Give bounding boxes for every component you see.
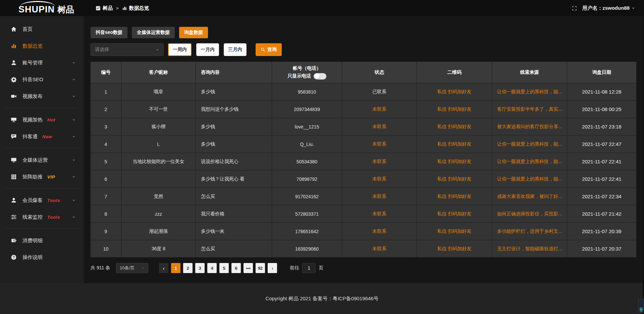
body-row: 首页数据总览账号管理抖音SEO视频发布视频加热Hot抖客通New全媒体运营矩阵助…	[0, 16, 644, 283]
account-phone: 50534380	[272, 153, 342, 170]
inquiry-table: 编号 客户昵称 咨询内容 帐号（电话） 只显示电话	[91, 62, 636, 257]
tab-media-operation-data[interactable]: 全媒体运营数据	[132, 27, 175, 38]
username-label[interactable]: 用户名：zswodun88	[582, 5, 630, 11]
qrcode-action-links[interactable]: 私信 扫码加好友	[417, 205, 492, 222]
contact-status: 未联系	[342, 223, 417, 240]
scrollbar-track[interactable]	[643, 0, 644, 314]
contact-status: 未联系	[342, 153, 417, 170]
lead-source-link[interactable]: 让你一眼就爱上的黑科技，能...	[492, 170, 567, 188]
sidebar-item-consumption-detail[interactable]: 消费明细	[0, 232, 84, 249]
monitor-icon	[11, 157, 17, 163]
prev-page-button[interactable]: ‹	[159, 263, 168, 273]
sidebar-item-member-burst[interactable]: 会员爆客Tools	[0, 192, 84, 209]
lead-source-link[interactable]: 让你一眼就爱上的黑科技，能...	[492, 83, 567, 100]
page-ellipsis-button[interactable]: •••	[244, 263, 253, 273]
contact-status: 未联系	[342, 188, 417, 205]
qrcode-action-links[interactable]: 私信 扫码加好友	[417, 170, 492, 188]
logo-text-en: SHUPIN	[18, 5, 55, 14]
lead-source-link[interactable]: 客厅安装投影半年多了，真实...	[492, 101, 567, 118]
breadcrumb-root[interactable]: 树品	[103, 5, 113, 11]
period-quarter-button[interactable]: 三月内	[224, 43, 247, 56]
sidebar-item-media-operation[interactable]: 全媒体运营	[0, 152, 84, 168]
qrcode-action-links[interactable]: 私信 扫码加好友	[417, 83, 492, 100]
page-button-3[interactable]: 3	[195, 263, 205, 273]
badge-tools: Tools	[47, 215, 60, 220]
inquiry-date: 2021-11-08 00:25	[567, 101, 636, 118]
qrcode-action-links[interactable]: 私信 扫码加好友	[417, 223, 492, 240]
sidebar-nav: 首页数据总览账号管理抖音SEO视频发布视频加热Hot抖客通New全媒体运营矩阵助…	[0, 16, 84, 283]
badge-new: New	[42, 134, 52, 139]
page-button-2[interactable]: 2	[183, 263, 193, 273]
lead-source-link[interactable]: 被大家追着问的客厅投影分享...	[492, 118, 567, 135]
inquiry-content: 多少钱？让我死心 看	[196, 170, 272, 188]
lead-source-link[interactable]: 让你一眼就爱上的黑科技，能...	[492, 153, 567, 170]
sidebar-item-operation-guide[interactable]: ?操作说明	[0, 249, 84, 266]
page-button-6[interactable]: 6	[231, 263, 241, 273]
qrcode-action-links[interactable]: 私信 扫码加好友	[417, 118, 492, 135]
qrcode-action-links[interactable]: 私信 扫码加好友	[417, 101, 492, 118]
qrcode-action-links[interactable]: 私信 扫码加好友	[417, 136, 492, 153]
goto-page-input[interactable]	[302, 263, 316, 273]
sidebar-item-douyin-seo[interactable]: 抖音SEO	[0, 71, 84, 88]
chevron-down-icon	[72, 77, 76, 82]
sidebar-item-label: 抖客通	[22, 134, 38, 140]
sidebar-item-label: 视频发布	[22, 93, 43, 100]
sidebar-item-data-overview[interactable]: 数据总览	[0, 38, 84, 54]
sidebar-item-video-heat[interactable]: 视频加热Hot	[0, 111, 84, 128]
tab-douyin-seo-data[interactable]: 抖音seo数据	[91, 27, 127, 38]
lead-source-link[interactable]: 让你一眼就爱上的黑科技，能...	[492, 136, 567, 153]
pagination: 共 911 条 10条/页 ‹ 123456•••92 › 前往 页	[91, 263, 644, 273]
qrcode-action-links[interactable]: 私信 扫码加好友	[417, 153, 492, 170]
header-content: 咨询内容	[196, 62, 272, 83]
row-number: 1	[91, 83, 121, 100]
page-size-select[interactable]: 10条/页	[116, 263, 148, 273]
page-size-label: 10条/页	[120, 265, 135, 271]
phone-only-label: 只显示电话	[287, 73, 311, 79]
grid-icon	[11, 174, 17, 180]
screen-icon	[11, 117, 17, 123]
sidebar-item-account-management[interactable]: 账号管理	[0, 54, 84, 71]
row-number: 3	[91, 118, 121, 135]
table-row: 1036度 8怎么买183929060未联系私信 扫码加好友无主灯设计，智能磁吸…	[91, 240, 636, 257]
filter-select[interactable]: 请选择	[91, 43, 164, 56]
qrcode-action-links[interactable]: 私信 扫码加好友	[417, 240, 492, 257]
sidebar-item-matrix-boost[interactable]: 矩阵助推VIP	[0, 168, 84, 185]
sidebar-item-lead-monitor[interactable]: 线索监控Tools	[0, 209, 84, 225]
period-month-button[interactable]: 一月内	[196, 43, 219, 56]
wallet-icon	[11, 238, 17, 244]
header-qrcode: 二维码	[417, 62, 492, 83]
page-button-5[interactable]: 5	[219, 263, 229, 273]
table-row: 4L多少钱Q_Liu.未联系私信 扫码加好友让你一眼就爱上的黑科技，能...20…	[91, 135, 636, 153]
lead-source-link[interactable]: 感谢大家喜欢我家，被问了好...	[492, 188, 567, 205]
tab-inquiry-data[interactable]: 询盘数据	[179, 27, 208, 38]
customer-nickname: zzz	[121, 205, 196, 222]
account-phone: 70898792	[272, 170, 342, 188]
contact-status: 未联系	[342, 205, 417, 222]
contact-status: 未联系	[342, 101, 417, 118]
chevron-down-icon[interactable]	[631, 6, 635, 10]
next-page-button[interactable]: ›	[268, 263, 277, 273]
brand-logo[interactable]: SHUPIN 树品	[0, 0, 84, 16]
lead-source-link[interactable]: 多功能护栏灯，适用于乡村文...	[492, 223, 567, 240]
phone-only-toggle[interactable]	[314, 73, 326, 80]
lead-source-link[interactable]: 如何正确选择投影仪，买投影...	[492, 205, 567, 222]
chevron-down-icon	[141, 266, 145, 270]
floating-widget[interactable]	[638, 299, 644, 313]
lead-source-link[interactable]: 无主灯设计，智能磁吸轨道灯...	[492, 240, 567, 257]
query-button[interactable]: 查询	[256, 43, 282, 56]
sidebar-item-video-publish[interactable]: 视频发布	[0, 88, 84, 105]
page-button-92[interactable]: 92	[256, 263, 265, 273]
contact-status: 未联系	[342, 118, 417, 135]
sidebar-item-label: 首页	[22, 26, 33, 33]
account-phone: 178651642	[272, 223, 342, 240]
sidebar-item-douketong[interactable]: 抖客通New	[0, 128, 84, 145]
period-week-button[interactable]: 一周内	[168, 43, 192, 56]
page-button-4[interactable]: 4	[207, 263, 217, 273]
page-button-1[interactable]: 1	[171, 263, 180, 273]
sidebar-item-home[interactable]: 首页	[0, 21, 84, 38]
qrcode-action-links[interactable]: 私信 扫码加好友	[417, 188, 492, 205]
header-nickname: 客户昵称	[121, 62, 196, 83]
breadcrumb-separator: >	[116, 6, 119, 11]
fullscreen-icon[interactable]	[572, 6, 577, 11]
table-header-row: 编号 客户昵称 咨询内容 帐号（电话） 只显示电话	[91, 62, 636, 83]
